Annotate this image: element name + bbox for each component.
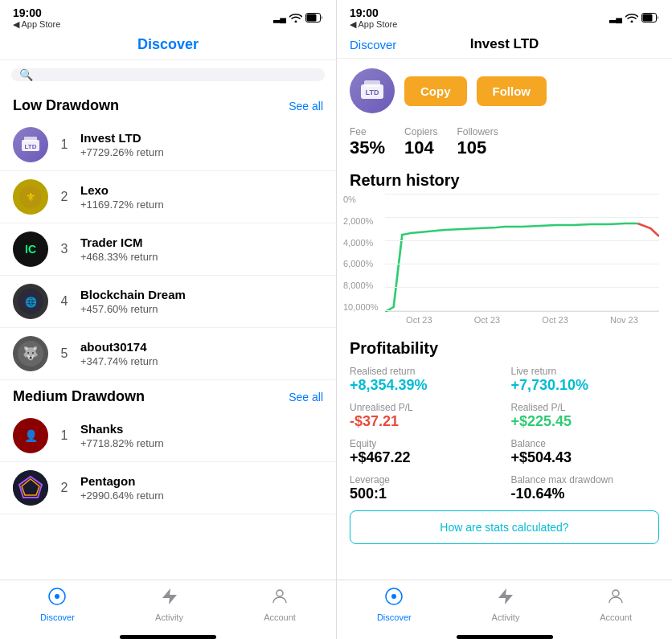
list-item[interactable]: IC 3 Trader ICM +468.33% return (0, 223, 336, 276)
svg-text:LTD: LTD (366, 88, 379, 96)
trader-return: +468.33% return (80, 251, 323, 263)
x-label: Oct 23 (406, 315, 432, 325)
nav-title-discover: Discover (137, 36, 199, 52)
how-stats-button[interactable]: How are stats calculated? (350, 510, 659, 544)
tab-discover-right[interactable]: Discover (377, 587, 412, 622)
nav-bar-left: Discover (0, 33, 336, 60)
follow-button[interactable]: Follow (477, 76, 547, 106)
time-left: 19:00 (13, 6, 60, 19)
list-item[interactable]: 🌐 4 Blockchain Dream +457.60% return (0, 276, 336, 328)
profitability-section: Profitability Realised return +8,354.39%… (337, 331, 672, 502)
y-label: 0% (343, 195, 378, 204)
chart-container: 10,000% 8,000% 6,000% 4,000% 2,000% 0% (337, 195, 672, 331)
medium-drawdown-list: 👤 1 Shanks +7718.82% return (0, 410, 336, 514)
chart-area (385, 195, 659, 312)
status-bar-left: 19:00 App Store ▂▄ (0, 0, 336, 33)
trader-name: Trader ICM (80, 236, 323, 249)
trader-info: Shanks +7718.82% return (80, 422, 323, 449)
stat-followers-label: Followers (457, 126, 498, 137)
search-wrap[interactable]: 🔍 (11, 68, 325, 81)
search-input[interactable] (11, 68, 325, 81)
svg-point-19 (55, 594, 59, 599)
trader-return: +7718.82% return (80, 437, 323, 449)
profit-value: +7,730.10% (511, 377, 660, 394)
wifi-icon (625, 13, 638, 24)
battery-icon (305, 13, 323, 24)
account-icon (606, 587, 625, 611)
list-item[interactable]: 2 Pentagon +2990.64% return (0, 462, 336, 514)
x-label: Nov 23 (610, 315, 638, 325)
trader-info: Pentagon +2990.64% return (80, 474, 323, 502)
svg-text:👤: 👤 (24, 429, 39, 443)
stat-fee-value: 35% (350, 137, 385, 158)
trader-name: Shanks (80, 422, 323, 436)
tab-account-right[interactable]: Account (600, 587, 632, 622)
screen-content-left[interactable]: 🔍 Low Drawdown See all LTD (0, 60, 336, 580)
discover-icon (384, 587, 404, 611)
appstore-left: App Store (13, 19, 60, 30)
wifi-icon (289, 13, 302, 24)
trader-info: Invest LTD +7729.26% return (80, 131, 323, 158)
trader-return: +7729.26% return (80, 146, 323, 158)
medium-drawdown-title: Medium Drawdown (13, 388, 145, 405)
low-drawdown-list: LTD 1 Invest LTD +7729.26% return ⚜ (0, 119, 336, 380)
low-drawdown-see-all[interactable]: See all (289, 100, 323, 113)
tab-label: Activity (492, 612, 520, 622)
tab-account-left[interactable]: Account (264, 587, 296, 622)
profit-label: Balance (511, 438, 660, 449)
y-label: 8,000% (343, 281, 378, 290)
profit-value: 500:1 (350, 485, 498, 502)
home-indicator-left (120, 635, 216, 639)
stat-fee-label: Fee (350, 126, 385, 137)
svg-text:LTD: LTD (25, 143, 37, 150)
trader-info: Trader ICM +468.33% return (80, 236, 323, 263)
list-item[interactable]: 👤 1 Shanks +7718.82% return (0, 410, 336, 462)
discover-icon (47, 587, 67, 611)
list-item[interactable]: ⚜ 2 Lexo +1169.72% return (0, 171, 336, 223)
list-item[interactable]: 🐺 5 about30174 +347.74% return (0, 328, 336, 380)
tab-activity-right[interactable]: Activity (492, 587, 520, 622)
trader-name: Invest LTD (80, 131, 323, 145)
profit-balance: Balance +$504.43 (511, 438, 660, 466)
svg-point-20 (277, 590, 283, 596)
battery-icon (641, 13, 659, 24)
profit-live-return: Live return +7,730.10% (511, 366, 660, 394)
svg-point-28 (613, 590, 619, 596)
profit-max-drawdown: Balance max drawdown -10.64% (511, 474, 660, 502)
low-drawdown-header: Low Drawdown See all (0, 89, 336, 119)
svg-rect-22 (643, 14, 653, 21)
x-label: Oct 23 (474, 315, 500, 325)
svg-text:🌐: 🌐 (25, 296, 37, 308)
account-icon (270, 587, 289, 611)
back-button[interactable]: Discover (350, 38, 396, 51)
tab-activity-left[interactable]: Activity (155, 587, 183, 622)
tab-label: Activity (155, 612, 183, 622)
medium-drawdown-see-all[interactable]: See all (289, 391, 323, 403)
profit-realised-return: Realised return +8,354.39% (350, 366, 498, 394)
list-item[interactable]: LTD 1 Invest LTD +7729.26% return (0, 119, 336, 171)
svg-point-15 (13, 470, 48, 506)
trader-name: Pentagon (80, 474, 323, 488)
profit-label: Realised return (350, 366, 498, 377)
screen-content-right[interactable]: LTD Copy Follow Fee 35% Copiers 104 Foll… (337, 59, 672, 580)
tab-discover-left[interactable]: Discover (40, 587, 75, 622)
profit-value: +8,354.39% (350, 377, 498, 394)
y-label: 6,000% (343, 259, 378, 268)
chart-y-labels: 10,000% 8,000% 6,000% 4,000% 2,000% 0% (343, 195, 378, 312)
profit-grid: Realised return +8,354.39% Live return +… (350, 366, 659, 502)
trader-info: Blockchain Dream +457.60% return (80, 288, 323, 315)
copy-button[interactable]: Copy (404, 76, 467, 106)
stats-row: Fee 35% Copiers 104 Followers 105 (337, 123, 672, 168)
signal-icon: ▂▄ (273, 13, 286, 23)
tab-label: Discover (377, 612, 412, 622)
nav-bar-right: Discover Invest LTD (337, 33, 672, 59)
stat-fee: Fee 35% (350, 126, 385, 158)
status-icons-left: ▂▄ (273, 13, 323, 24)
svg-rect-24 (364, 80, 380, 87)
avatar: ⚜ (13, 179, 48, 215)
trader-rank: 1 (55, 137, 74, 152)
activity-icon (496, 587, 515, 611)
trader-rank: 2 (55, 190, 74, 204)
y-label: 2,000% (343, 216, 378, 226)
trader-name: Blockchain Dream (80, 288, 323, 301)
